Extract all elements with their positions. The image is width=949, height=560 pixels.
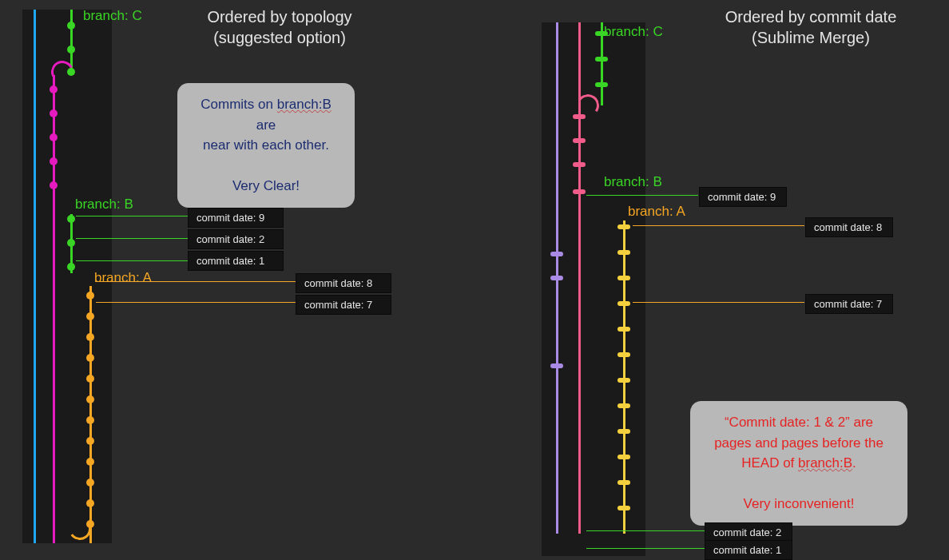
left-dot-a4: [86, 354, 94, 362]
left-dot-m2: [50, 109, 58, 117]
right-tick-a9: [617, 429, 630, 434]
right-title-l2: (Sublime Merge): [752, 29, 870, 46]
left-dot-gb1: [67, 215, 75, 223]
left-callout-branch: branch:B: [277, 97, 332, 112]
right-title: Ordered by commit date (Sublime Merge): [711, 6, 911, 48]
left-dot-a10: [86, 479, 94, 487]
left-line-magenta: [53, 75, 55, 543]
left-label-b: branch: B: [75, 197, 133, 212]
right-graph: [542, 22, 645, 556]
left-dot-a7: [86, 416, 94, 424]
right-title-l1: Ordered by commit date: [725, 8, 897, 26]
left-dot-m5: [50, 181, 58, 189]
left-dot-m3: [50, 133, 58, 141]
right-label-b: branch: B: [604, 174, 662, 190]
left-dot-a2: [86, 312, 94, 320]
left-callout-l2: near with each other.: [203, 137, 329, 153]
right-tick-a12: [617, 506, 630, 510]
left-dot-gb2: [67, 239, 75, 247]
right-line-yellow: [623, 220, 625, 534]
right-lead-b-tail2: [586, 548, 705, 549]
left-dot-gb3: [67, 263, 75, 271]
left-dot-gc1: [67, 22, 75, 30]
right-commit-a-next: commit date: 7: [805, 294, 893, 314]
left-callout: Commits on branch:B are near with each o…: [177, 83, 355, 208]
right-tick-a11: [617, 480, 630, 485]
left-lead-a2: [96, 302, 296, 303]
left-commit-a-0: commit date: 8: [296, 273, 391, 293]
right-tick-a10: [617, 455, 630, 459]
right-tick-a4: [617, 301, 630, 306]
left-commit-a-1: commit date: 7: [296, 295, 391, 315]
left-dot-a9: [86, 458, 94, 466]
right-tick-p2: [573, 138, 586, 143]
left-lead-b3: [76, 260, 188, 261]
right-tick-l3: [550, 363, 563, 368]
left-lead-b1: [76, 216, 188, 216]
left-label-a: branch: A: [94, 270, 152, 286]
left-dot-a11: [86, 499, 94, 507]
right-tick-a1: [617, 224, 630, 229]
left-lead-a1: [96, 281, 296, 282]
right-tick-a7: [617, 378, 630, 383]
right-tick-p1: [573, 114, 586, 119]
left-dot-a5: [86, 375, 94, 383]
left-dot-a3: [86, 333, 94, 341]
left-line-green-upper: [70, 10, 73, 72]
right-tick-p3: [573, 162, 586, 167]
left-title-l1: Ordered by topology: [207, 8, 351, 26]
left-title-l2: (suggested option): [213, 29, 346, 46]
left-dot-a8: [86, 437, 94, 445]
right-lead-b-tail1: [586, 530, 705, 531]
left-callout-l1b: are: [256, 117, 276, 133]
right-tick-c3: [595, 82, 608, 87]
right-callout-l3b: .: [852, 455, 856, 471]
right-label-a: branch: A: [628, 204, 685, 220]
right-callout-l4: Very inconvenient!: [744, 496, 855, 511]
left-dot-a1: [86, 292, 94, 300]
left-commit-b-0: commit date: 9: [188, 208, 284, 228]
right-label-c: branch: C: [604, 24, 663, 40]
left-dot-a6: [86, 395, 94, 403]
right-tick-a5: [617, 327, 630, 332]
left-callout-l3: Very Clear!: [232, 178, 300, 193]
right-lead-b-head: [586, 195, 698, 196]
left-dot-gc2: [67, 46, 75, 54]
right-callout-l1: “Commit date: 1 & 2” are: [725, 415, 873, 430]
right-commit-b-head: commit date: 9: [699, 187, 787, 207]
right-commit-a-head: commit date: 8: [805, 217, 893, 237]
left-title: Ordered by topology (suggested option): [192, 6, 367, 48]
right-tick-a3: [617, 276, 630, 280]
left-commit-b-1: commit date: 2: [188, 229, 284, 249]
left-lead-b2: [76, 238, 188, 239]
right-tick-b-head: [573, 189, 586, 194]
left-line-blue: [34, 10, 36, 543]
right-tick-l1: [550, 252, 563, 256]
right-tick-a6: [617, 352, 630, 357]
right-commit-b-tail-1: commit date: 1: [705, 540, 792, 560]
left-commit-b-2: commit date: 1: [188, 251, 284, 271]
left-dot-m1: [50, 85, 58, 93]
right-tick-l2: [550, 276, 563, 280]
right-callout: “Commit date: 1 & 2” are pages and pages…: [690, 401, 907, 526]
left-dot-m4: [50, 157, 58, 165]
right-callout-l2: pages and pages before the: [714, 435, 883, 451]
left-dot-gc3: [67, 68, 75, 76]
right-tick-a8: [617, 403, 630, 408]
right-callout-l3a: HEAD of: [741, 455, 798, 471]
left-dot-a12: [86, 520, 94, 528]
right-tick-c2: [595, 57, 608, 62]
left-callout-l1a: Commits on: [201, 97, 276, 112]
right-callout-branch: branch:B: [798, 455, 852, 471]
right-lead-a-next: [633, 302, 804, 303]
left-label-c: branch: C: [83, 8, 142, 24]
right-tick-a2: [617, 250, 630, 255]
right-lead-a-head: [633, 225, 804, 226]
